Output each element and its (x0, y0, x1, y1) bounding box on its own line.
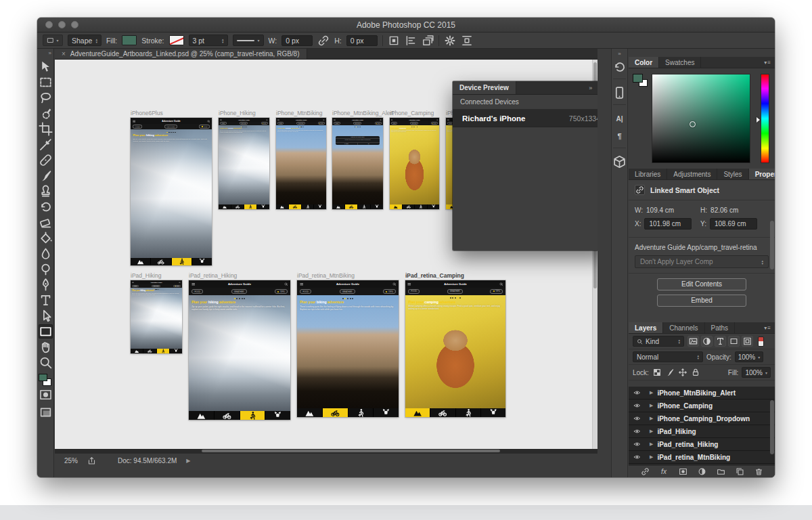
filter-type-layers-icon[interactable] (715, 336, 726, 347)
shape-width-input[interactable]: 0 px (281, 35, 313, 46)
brush-tool[interactable] (39, 169, 53, 183)
app-tab-food[interactable]: FOOD (220, 122, 227, 125)
foreground-background-swatches[interactable] (39, 374, 52, 386)
tab-color[interactable]: Color (629, 57, 659, 68)
nav-wildlife-icon[interactable] (257, 204, 269, 209)
app-tab-food[interactable]: FOOD (132, 285, 139, 288)
pen-tool[interactable] (39, 278, 53, 292)
stroke-width-select[interactable]: 3 pt▴▾ (189, 35, 228, 46)
properties-scrollbar[interactable] (770, 221, 774, 269)
search-icon[interactable] (284, 282, 288, 286)
app-tab-food[interactable]: FOOD (133, 125, 142, 129)
filter-smart-objects-icon[interactable] (742, 336, 753, 347)
nav-wildlife-icon[interactable] (265, 411, 290, 420)
search-icon[interactable] (380, 118, 382, 121)
collapse-tools-chevron-icon[interactable]: » (49, 50, 51, 56)
hand-tool[interactable] (39, 340, 53, 354)
quick-mask-button[interactable] (39, 388, 53, 402)
app-tab-weather[interactable]: WEATHER (410, 122, 418, 125)
alert-ok-button[interactable]: OK (358, 143, 380, 145)
app-tab-weather[interactable]: WEATHER (353, 122, 362, 125)
layer-row[interactable]: ▶iPad_retina_MtnBiking (629, 451, 775, 464)
search-icon[interactable] (436, 118, 438, 121)
app-tab-tips[interactable]: TIPS (199, 125, 209, 129)
spot-healing-brush-tool[interactable] (39, 153, 53, 167)
artboard-label[interactable]: iPhone_MtnBiking_Alert (332, 110, 394, 116)
artboard-label[interactable]: iPad_retina_Hiking (189, 272, 237, 279)
character-panel-icon[interactable]: A| (612, 111, 627, 126)
rectangular-marquee-tool[interactable] (39, 75, 53, 89)
close-document-icon[interactable]: × (62, 50, 66, 58)
link-dimensions-icon[interactable] (317, 35, 330, 47)
layer-style-fx-icon[interactable]: fx (659, 467, 669, 476)
blur-tool[interactable] (39, 246, 53, 261)
expand-panels-chevron-icon[interactable]: » (618, 51, 621, 57)
nav-wildlife-icon[interactable] (374, 408, 399, 417)
device-preview-tab[interactable]: Device Preview (453, 81, 516, 94)
nav-trails-icon[interactable] (131, 349, 143, 353)
nav-wildlife-icon[interactable] (371, 204, 383, 209)
type-tool[interactable] (39, 293, 53, 307)
tool-preset-picker[interactable]: ▾ (43, 35, 63, 46)
nav-biking-icon[interactable] (323, 408, 348, 417)
panel-menu-icon[interactable]: ▾≡ (764, 325, 771, 331)
embed-button[interactable]: Embed (657, 295, 746, 307)
app-tab-tips[interactable]: TIPS (375, 122, 382, 125)
artboard-iphone_mtnbiking_alert[interactable]: Adventure GuideFOODWEATHERTIPSPlan your … (332, 118, 383, 209)
nav-hiking-icon[interactable] (244, 204, 257, 209)
artboard-iphone_camping[interactable]: Adventure GuideFOODWEATHERTIPSPlan your … (390, 118, 439, 209)
artboard-ipad_hiking[interactable]: Adventure GuideFOODWEATHERTIPSPlan your … (131, 280, 182, 353)
nav-trails-icon[interactable] (405, 408, 430, 417)
nav-biking-icon[interactable] (231, 204, 244, 209)
tab-paths[interactable]: Paths (705, 322, 736, 333)
expand-layer-group-icon[interactable]: ▶ (650, 441, 653, 447)
app-tab-weather[interactable]: WEATHER (240, 122, 248, 125)
delete-layer-icon[interactable] (754, 467, 764, 476)
tab-adjustments[interactable]: Adjustments (667, 169, 717, 179)
app-tab-food[interactable]: FOOD (334, 122, 340, 125)
app-tab-tips[interactable]: TIPS (383, 289, 396, 294)
zoom-tool[interactable] (39, 355, 53, 370)
lock-image-pixels-icon[interactable] (665, 368, 675, 377)
status-expand-icon[interactable]: ▶ (186, 458, 190, 464)
new-adjustment-layer-icon[interactable] (697, 467, 707, 476)
tab-channels[interactable]: Channels (663, 322, 704, 333)
collapse-panel-chevron-icon[interactable]: » (589, 85, 592, 91)
crop-tool[interactable] (39, 122, 53, 136)
foreground-color-swatch[interactable] (39, 374, 47, 381)
search-icon[interactable] (392, 282, 397, 286)
artboard-ipad_retina_mtnbiking[interactable]: Adventure GuideFOODWEATHERTIPSPlan your … (297, 280, 399, 417)
artboard-iphone6plus[interactable]: Adventure GuideFOODWEATHERTIPSPlan your … (131, 118, 212, 265)
new-group-icon[interactable] (716, 467, 726, 476)
nav-wildlife-icon[interactable] (192, 258, 212, 265)
app-tab-food[interactable]: FOOD (300, 289, 311, 294)
gear-icon[interactable] (444, 35, 456, 47)
tab-libraries[interactable]: Libraries (629, 169, 667, 179)
app-tab-weather[interactable]: WEATHER (152, 285, 160, 288)
nav-hiking-icon[interactable] (456, 408, 481, 417)
nav-trails-icon[interactable] (390, 204, 403, 209)
nav-biking-icon[interactable] (151, 258, 171, 265)
app-tab-tips[interactable]: TIPS (275, 289, 288, 294)
search-icon[interactable] (499, 282, 503, 286)
lock-transparent-pixels-icon[interactable] (652, 368, 662, 377)
fill-swatch[interactable] (122, 35, 137, 45)
share-icon[interactable] (87, 456, 96, 465)
expand-layer-group-icon[interactable]: ▶ (650, 390, 653, 395)
expand-layer-group-icon[interactable]: ▶ (650, 416, 653, 421)
screen-mode-button[interactable] (39, 406, 53, 419)
artboard-label[interactable]: iPhone_Camping (390, 110, 434, 116)
artboard-ipad_retina_camping[interactable]: Adventure GuideFOODWEATHERTIPSPlan your … (405, 280, 505, 417)
panel-menu-icon[interactable]: ▾≡ (764, 60, 771, 66)
layer-row[interactable]: ▶iPhone_MtnBiking_Alert (629, 387, 775, 399)
layers-scrollbar[interactable] (770, 400, 774, 455)
path-operations-icon[interactable] (388, 35, 400, 47)
app-tab-weather[interactable]: WEATHER (231, 289, 247, 294)
tab-layers[interactable]: Layers (629, 322, 663, 333)
color-picker-marker[interactable] (690, 121, 696, 127)
stroke-style-select[interactable]: ▾ (233, 35, 264, 46)
visibility-eye-icon[interactable] (633, 389, 641, 396)
app-tab-tips[interactable]: TIPS (261, 122, 268, 125)
nav-trails-icon[interactable] (297, 408, 323, 417)
tab-properties[interactable]: Properties (749, 169, 775, 179)
